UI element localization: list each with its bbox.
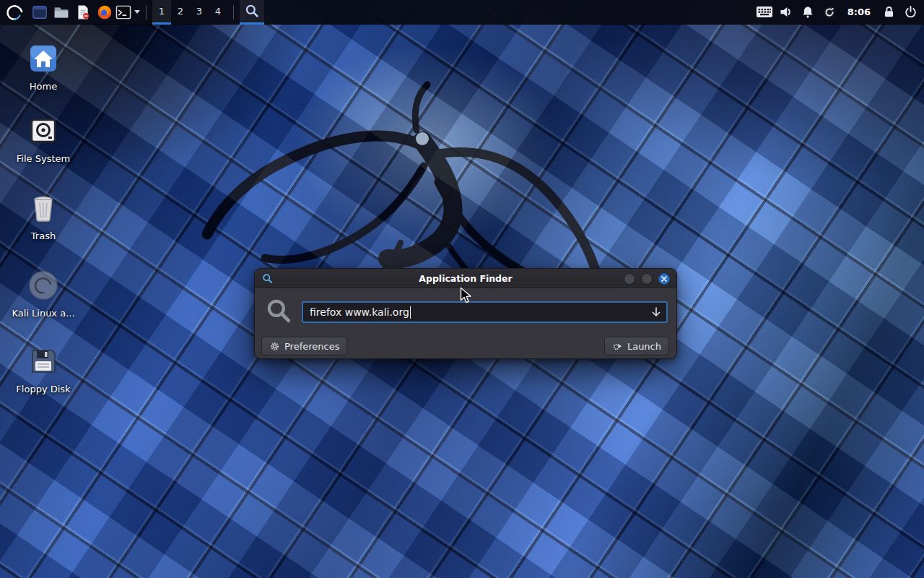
preferences-button[interactable]: Preferences	[261, 337, 347, 355]
terminal-dropdown-launcher[interactable]	[116, 0, 140, 25]
desktop-icon-label: Kali Linux a...	[12, 308, 74, 319]
workspace-4-button[interactable]: 4	[209, 0, 227, 25]
search-icon	[265, 297, 292, 327]
launch-label: Launch	[627, 341, 661, 352]
panel-left: 1 2 3 4	[0, 0, 264, 24]
terminal-app-icon	[32, 4, 48, 20]
floppy-icon	[27, 345, 60, 378]
updates-indicator[interactable]	[819, 0, 840, 25]
power-icon	[904, 5, 918, 19]
search-icon	[245, 4, 259, 18]
kali-disc-icon	[27, 269, 60, 302]
application-finder-window: Application Finder	[254, 268, 677, 359]
desktop-icon-label: Trash	[31, 230, 56, 241]
preferences-label: Preferences	[284, 341, 339, 352]
desktop-icon-kali-linux[interactable]: Kali Linux a...	[9, 269, 78, 319]
firefox-icon	[97, 4, 113, 20]
taskbar-application-finder-button[interactable]	[240, 0, 264, 25]
desktop-icon-floppy-disk[interactable]: Floppy Disk	[9, 345, 78, 394]
trash-icon	[27, 191, 60, 225]
launch-icon	[612, 341, 623, 352]
chevron-down-icon	[134, 10, 140, 14]
firefox-launcher[interactable]	[94, 0, 116, 25]
workspace-1-button[interactable]: 1	[152, 0, 171, 25]
close-icon	[661, 273, 667, 284]
terminal-app-launcher[interactable]	[29, 0, 51, 25]
dropdown-arrow-icon[interactable]	[651, 306, 661, 321]
workspace-3-button[interactable]: 3	[190, 0, 209, 25]
desktop-icon-label: File System	[17, 153, 70, 164]
lock-screen-button[interactable]	[878, 0, 899, 25]
dialog-actions: Preferences Launch	[255, 327, 676, 355]
maximize-button[interactable]	[641, 273, 653, 285]
notifications-indicator[interactable]	[797, 0, 819, 25]
launch-button[interactable]: Launch	[604, 337, 669, 355]
panel-separator	[233, 5, 234, 20]
lock-icon	[882, 5, 896, 19]
terminal-icon	[116, 5, 131, 20]
desktop-icon-label: Floppy Disk	[16, 384, 70, 394]
desktop-icon-trash[interactable]: Trash	[9, 191, 78, 241]
volume-indicator[interactable]	[775, 0, 797, 25]
text-editor-launcher[interactable]	[72, 0, 94, 25]
desktop-icon-file-system[interactable]: File System	[9, 114, 78, 164]
mouse-cursor	[460, 287, 472, 307]
workspace-2-button[interactable]: 2	[171, 0, 190, 25]
logout-button[interactable]	[899, 0, 921, 25]
window-controls	[624, 273, 670, 285]
desktop-icon-home[interactable]: Home	[9, 42, 78, 92]
kali-logo-icon	[5, 3, 24, 22]
bell-icon	[801, 5, 815, 20]
kali-menu-button[interactable]	[0, 0, 29, 25]
keyboard-layout-indicator[interactable]	[754, 0, 775, 25]
desktop-icon-label: Home	[30, 81, 57, 92]
panel-right: 8:06	[754, 0, 924, 24]
minimize-button[interactable]	[624, 273, 635, 285]
top-panel: 1 2 3 4	[0, 0, 924, 25]
update-arrow-icon	[822, 5, 837, 20]
panel-separator	[146, 5, 147, 20]
desktop: 1 2 3 4	[0, 0, 924, 578]
titlebar[interactable]: Application Finder	[255, 269, 676, 288]
hard-disk-icon	[27, 114, 60, 147]
text-caret	[410, 306, 411, 319]
workspace-switcher: 1 2 3 4	[152, 0, 227, 25]
volume-icon	[778, 4, 793, 20]
gear-icon	[269, 341, 280, 352]
keyboard-icon	[756, 6, 773, 18]
home-icon	[27, 42, 60, 75]
panel-clock[interactable]: 8:06	[840, 7, 878, 17]
window-title: Application Finder	[255, 269, 676, 288]
document-icon	[75, 4, 91, 20]
folder-icon	[53, 4, 69, 20]
file-manager-launcher[interactable]	[51, 0, 72, 25]
search-input[interactable]: firefox www.kali.org	[302, 301, 668, 323]
search-input-value: firefox www.kali.org	[310, 306, 409, 318]
close-button[interactable]	[658, 273, 670, 285]
